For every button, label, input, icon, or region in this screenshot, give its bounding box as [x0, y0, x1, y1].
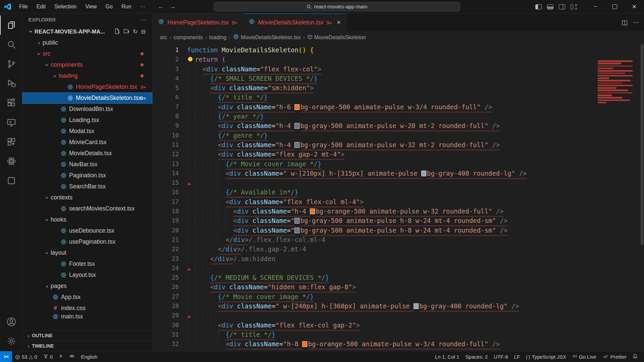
breadcrumb-label: loading: [209, 35, 227, 41]
tree-file-moviedetailsskeleton.tsx[interactable]: MovieDetailsSkeleton.tsx9+: [22, 93, 152, 104]
status-go-live[interactable]: Go Live: [569, 354, 599, 360]
account-icon[interactable]: [0, 312, 22, 331]
tree-file-homepageskeleton.tsx[interactable]: HomePageSkeleton.tsx9+: [22, 81, 152, 93]
code-editor[interactable]: 1function MovieDetailsSkeleton() {2retur…: [153, 44, 644, 351]
line-number: 5: [153, 83, 179, 93]
tree-folder-contexts[interactable]: ›contexts: [22, 192, 152, 203]
tree-folder-loading[interactable]: ›loading: [22, 70, 152, 81]
atom-icon[interactable]: [0, 152, 22, 171]
toggle-sidebar-icon[interactable]: [535, 4, 542, 9]
nav-forward-icon[interactable]: →: [169, 3, 176, 10]
vertical-scrollbar[interactable]: [640, 31, 644, 351]
tree-file-layout.tsx[interactable]: Layout.tsx: [22, 269, 152, 281]
new-folder-icon[interactable]: [123, 28, 129, 36]
source-control-icon[interactable]: [0, 54, 22, 74]
nav-back-icon[interactable]: ←: [158, 3, 164, 10]
tree-folder-hooks[interactable]: ›hooks: [22, 214, 152, 225]
status-power[interactable]: [56, 354, 66, 360]
tree-file-index.css[interactable]: #index.css: [22, 303, 152, 314]
breadcrumb-item-moviedetailsskeleton.tsx[interactable]: MovieDetailsSkeleton.tsx: [233, 34, 301, 41]
status-notifications[interactable]: [630, 354, 641, 360]
status-problems[interactable]: 53△0: [12, 354, 40, 360]
menu-go[interactable]: Go: [102, 2, 116, 11]
settings-gear-icon[interactable]: [0, 331, 22, 351]
minimap[interactable]: [598, 31, 640, 351]
menu-run[interactable]: Run: [118, 2, 135, 11]
line-number: 15: [153, 178, 179, 187]
tree-folder-pages[interactable]: ›pages: [22, 281, 152, 292]
menu-file[interactable]: File: [15, 2, 32, 11]
minimize-button[interactable]: −: [586, 0, 605, 13]
command-center-search[interactable]: react-movies-app-main: [214, 2, 460, 11]
scrollbar-thumb[interactable]: [641, 44, 643, 245]
problems-dot-badge: [141, 52, 144, 55]
status-spell-language[interactable]: English: [78, 354, 100, 360]
live-server-icon[interactable]: [0, 171, 22, 190]
status-encoding[interactable]: UTF-8: [491, 354, 511, 360]
search-icon[interactable]: [0, 35, 22, 54]
customize-layout-icon[interactable]: [571, 4, 577, 9]
new-file-icon[interactable]: [114, 28, 120, 36]
tree-file-moviecard.tsx[interactable]: MovieCard.tsx: [22, 137, 152, 148]
close-icon[interactable]: ✕: [337, 19, 341, 25]
more-actions-icon[interactable]: ⋯: [633, 18, 639, 26]
menu-more[interactable]: ···: [136, 2, 149, 11]
breadcrumb-item-loading[interactable]: loading: [209, 35, 227, 41]
tab-bar: HomePageSkeleton.tsx9+MovieDetailsSkelet…: [153, 13, 644, 31]
tree-file-searchbar.tsx[interactable]: SearchBar.tsx: [22, 181, 152, 192]
tree-file-usedebounce.tsx[interactable]: useDebounce.tsx: [22, 225, 152, 236]
workspace-root-row[interactable]: › REACT-MOVIES-APP-MA... ↻⊟: [22, 26, 152, 37]
addon-icon[interactable]: [0, 132, 22, 152]
run-debug-icon[interactable]: [0, 74, 22, 93]
lightbulb-icon[interactable]: [187, 56, 195, 63]
tree-file-searchmoviescontext.tsx[interactable]: searchMoviesContext.tsx: [22, 203, 152, 214]
status-indentation[interactable]: Spaces: 2: [462, 354, 491, 360]
status-prettier[interactable]: Prettier: [599, 354, 630, 360]
menu-view[interactable]: View: [82, 2, 100, 11]
tree-folder-components[interactable]: ›components: [22, 59, 152, 70]
explorer-icon[interactable]: [0, 15, 22, 35]
breadcrumb-item-components[interactable]: components: [173, 35, 203, 41]
tree-folder-public[interactable]: ›public: [22, 37, 152, 48]
tree-file-main.tsx[interactable]: main.tsx: [22, 314, 152, 319]
restore-button[interactable]: [605, 0, 625, 13]
tree-file-moviedetails.tsx[interactable]: MovieDetails.tsx: [22, 148, 152, 159]
status-language-mode[interactable]: { }TypeScript JSX: [523, 354, 569, 360]
tree-file-navbar.tsx[interactable]: NavBar.tsx: [22, 159, 152, 170]
tree-folder-src[interactable]: ›src: [22, 48, 152, 59]
split-editor-icon[interactable]: ◫: [622, 18, 628, 26]
tab-label: HomePageSkeleton.tsx: [167, 19, 229, 26]
breadcrumb-item-moviedetailsskeleton[interactable]: MovieDetailsSkeleton: [307, 34, 366, 41]
indent-guide: [187, 321, 195, 329]
toggle-panel-icon[interactable]: [547, 4, 553, 9]
tree-file-pagination.tsx[interactable]: Pagination.tsx: [22, 170, 152, 181]
extensions-icon[interactable]: [0, 93, 22, 113]
tab-moviedetailsskeleton.tsx[interactable]: MovieDetailsSkeleton.tsx9+✕: [243, 13, 346, 31]
indent-guide: [210, 170, 218, 177]
refresh-icon[interactable]: ↻: [133, 28, 138, 35]
breadcrumb-item-src[interactable]: src: [160, 35, 167, 41]
outline-section-header[interactable]: › OUTLINE: [22, 330, 152, 341]
tree-file-footer.tsx[interactable]: Footer.tsx: [22, 258, 152, 269]
tree-folder-layout[interactable]: ›layout: [22, 247, 152, 258]
status-ports[interactable]: 0: [40, 354, 56, 360]
close-button[interactable]: ✕: [625, 0, 644, 13]
tree-file-downloadbtn.tsx[interactable]: DownloadBtn.tsx: [22, 104, 152, 115]
status-eol[interactable]: LF: [511, 354, 523, 360]
search-value: react-movies-app-main: [314, 4, 368, 10]
remote-explorer-icon[interactable]: [0, 113, 22, 132]
status-preview[interactable]: [66, 354, 78, 360]
status-cursor-position[interactable]: Ln 1, Col 1: [432, 354, 463, 360]
menu-edit[interactable]: Edit: [33, 2, 50, 11]
menu-selection[interactable]: Selection: [51, 2, 80, 11]
toggle-secondary-sidebar-icon[interactable]: [559, 4, 565, 9]
remote-indicator[interactable]: ><: [0, 351, 12, 362]
tree-file-modal.tsx[interactable]: Modal.tsx: [22, 126, 152, 137]
tree-file-app.tsx[interactable]: App.tsx: [22, 292, 152, 303]
tab-homepageskeleton.tsx[interactable]: HomePageSkeleton.tsx9+: [153, 13, 243, 31]
timeline-section-header[interactable]: › TIMELINE: [22, 341, 152, 351]
explorer-more-actions-icon[interactable]: ···: [140, 16, 146, 23]
tree-file-usepagination.tsx[interactable]: usePagination.tsx: [22, 236, 152, 247]
collapse-all-icon[interactable]: ⊟: [141, 28, 146, 35]
tree-file-loading.tsx[interactable]: Loading.tsx: [22, 115, 152, 126]
